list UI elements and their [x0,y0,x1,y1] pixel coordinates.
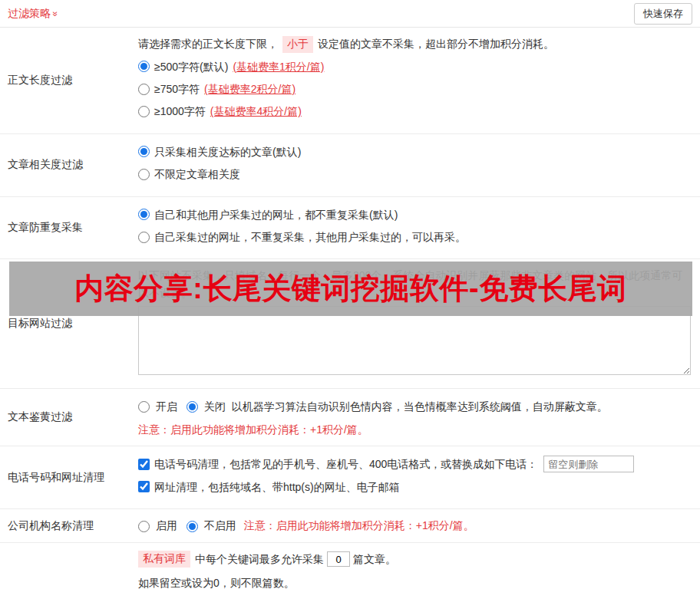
relevance-radio-2[interactable] [138,169,150,180]
porn-option-off-label: 关闭 [204,400,226,413]
length-radio-750[interactable] [138,84,150,95]
length-intro-post: 设定值的文章不采集，超出部分不增加积分消耗。 [318,38,554,50]
porn-filter-options: 开启 关闭 以机器学习算法自动识别色情内容，当色情概率达到系统阈值，自动屏蔽文章… [138,398,691,415]
length-option-500[interactable]: ≥500字符(默认) (基础费率1积分/篇) [138,58,691,75]
keyword-limit-mid: 中每个关键词最多允许采集 [195,551,324,568]
row-content-target-website: 以下网站不采集，只填域名，每行一个，最多200个。系统会自动识别并屏蔽那些非文章… [132,259,700,387]
quick-save-button[interactable]: 快速保存 [634,3,692,25]
length-radio-1000[interactable] [138,106,150,117]
topbar: 过滤策略 » 快速保存 [0,0,700,28]
row-label-relevance: 文章相关度过滤 [0,134,132,196]
company-radio-enable[interactable] [138,521,150,532]
length-intro-highlight: 小于 [282,36,313,53]
row-content-keyword-dedup: 私有词库 中每个关键词最多允许采集 篇文章。 如果留空或设为0，则不限篇数。 如… [132,543,700,589]
phone-cleanup-checkbox[interactable] [138,459,150,470]
dedup-option-2-label: 自己采集过的网址，不重复采集，其他用户采集过的，可以再采。 [154,229,466,245]
dedup-radio-2[interactable] [138,232,150,243]
porn-filter-desc: 以机器学习算法自动识别色情内容，当色情概率达到系统阈值，自动屏蔽文章。 [232,398,608,415]
length-radio-500[interactable] [138,61,150,72]
row-body-length-filter: 正文长度过滤 请选择需求的正文长度下限，小于设定值的文章不采集，超出部分不增加积… [0,28,700,134]
phone-cleanup-label: 电话号码清理，包括常见的手机号、座机号、400电话格式，或替换成如下电话： [154,456,537,472]
row-relevance-filter: 文章相关度过滤 只采集相关度达标的文章(默认) 不限定文章相关度 [0,134,700,197]
company-cleanup-options: 启用 不启用 注意：启用此功能将增加积分消耗：+1积分/篇。 [138,517,691,534]
length-option-750[interactable]: ≥750字符 (基础费率2积分/篇) [138,81,691,97]
length-option-1000-label: ≥1000字符 [154,103,206,120]
url-cleanup-option[interactable]: 网址清理，包括纯域名、带http(s)的网址、电子邮箱 [138,479,691,495]
row-keyword-dedup: 关键词防重复采集 私有词库 中每个关键词最多允许采集 篇文章。 如果留空或设为0… [0,543,700,589]
dedup-radio-1[interactable] [138,209,150,220]
row-content-phone-url: 电话号码清理，包括常见的手机号、座机号、400电话格式，或替换成如下电话： 网址… [132,446,700,508]
length-intro: 请选择需求的正文长度下限，小于设定值的文章不采集，超出部分不增加积分消耗。 [138,35,691,53]
dedup-option-2[interactable]: 自己采集过的网址，不重复采集，其他用户采集过的，可以再采。 [138,229,691,245]
company-option-disable[interactable]: 不启用 [187,517,236,534]
row-porn-filter: 文本鉴黄过滤 开启 关闭 以机器学习算法自动识别色情内容，当色情概率达到系统阈值… [0,389,700,447]
keyword-limit-line: 私有词库 中每个关键词最多允许采集 篇文章。 [138,551,691,568]
chevron-down-icon: » [51,11,60,16]
row-company-name-cleanup: 公司机构名称清理 启用 不启用 注意：启用此功能将增加积分消耗：+1积分/篇。 [0,509,700,543]
length-option-500-label: ≥500字符(默认) [154,58,228,75]
row-dedup-collection: 文章防重复采集 自己和其他用户采集过的网址，都不重复采集(默认) 自己采集过的网… [0,197,700,260]
row-label-keyword-dedup: 关键词防重复采集 [0,543,132,589]
relevance-option-1[interactable]: 只采集相关度达标的文章(默认) [138,143,691,160]
row-content-company-name: 启用 不启用 注意：启用此功能将增加积分消耗：+1积分/篇。 [132,509,700,542]
porn-filter-warning: 注意：启用此功能将增加积分消耗：+1积分/篇。 [138,421,691,438]
target-website-desc: 以下网站不采集，只填域名，每行一个，最多200个。系统会自动识别并屏蔽那些非文章… [138,267,691,301]
length-option-500-note: (基础费率1积分/篇) [233,58,324,75]
porn-option-on[interactable]: 开启 [138,398,177,415]
keyword-limit-input[interactable] [327,551,350,567]
row-label-dedup: 文章防重复采集 [0,197,132,259]
replacement-phone-input[interactable] [543,456,634,472]
row-label-porn-filter: 文本鉴黄过滤 [0,389,132,446]
relevance-option-1-label: 只采集相关度达标的文章(默认) [154,143,301,160]
company-cleanup-warning: 注意：启用此功能将增加积分消耗：+1积分/篇。 [244,517,474,534]
length-option-1000-note: (基础费率4积分/篇) [210,103,302,120]
private-lexicon-highlight: 私有词库 [138,551,190,568]
length-option-1000[interactable]: ≥1000字符 (基础费率4积分/篇) [138,103,691,120]
relevance-option-2[interactable]: 不限定文章相关度 [138,166,691,183]
company-option-disable-label: 不启用 [204,519,236,531]
relevance-option-2-label: 不限定文章相关度 [154,166,240,183]
row-content-porn-filter: 开启 关闭 以机器学习算法自动识别色情内容，当色情概率达到系统阈值，自动屏蔽文章… [132,389,700,446]
row-label-phone-url: 电话号码和网址清理 [0,446,132,508]
row-content-relevance: 只采集相关度达标的文章(默认) 不限定文章相关度 [132,134,700,196]
url-cleanup-label: 网址清理，包括纯域名、带http(s)的网址、电子邮箱 [154,479,400,495]
row-phone-url-cleanup: 电话号码和网址清理 电话号码清理，包括常见的手机号、座机号、400电话格式，或替… [0,446,700,509]
target-website-textarea[interactable] [138,306,691,375]
page-title-text: 过滤策略 [8,7,51,21]
dedup-option-1[interactable]: 自己和其他用户采集过的网址，都不重复采集(默认) [138,206,691,223]
porn-option-off[interactable]: 关闭 [187,398,226,415]
row-content-body-length: 请选择需求的正文长度下限，小于设定值的文章不采集，超出部分不增加积分消耗。 ≥5… [132,28,700,133]
keyword-note-zero: 如果留空或设为0，则不限篇数。 [138,574,691,589]
row-label-body-length: 正文长度过滤 [0,28,132,133]
company-radio-disable[interactable] [187,521,198,532]
row-label-company-name: 公司机构名称清理 [0,509,132,542]
porn-option-on-label: 开启 [156,400,177,413]
length-option-750-label: ≥750字符 [154,81,200,97]
page-title[interactable]: 过滤策略 » [8,7,58,21]
keyword-limit-end: 篇文章。 [353,551,396,568]
url-cleanup-checkbox[interactable] [138,481,150,492]
porn-radio-off[interactable] [187,401,198,413]
length-option-750-note: (基础费率2积分/篇) [204,81,296,97]
row-label-target-website: 目标网站过滤 [0,259,132,387]
length-intro-pre: 请选择需求的正文长度下限， [138,38,278,50]
porn-radio-on[interactable] [138,401,150,413]
phone-cleanup-option[interactable]: 电话号码清理，包括常见的手机号、座机号、400电话格式，或替换成如下电话： [138,456,691,472]
relevance-radio-1[interactable] [138,146,150,157]
company-option-enable[interactable]: 启用 [138,517,177,534]
dedup-option-1-label: 自己和其他用户采集过的网址，都不重复采集(默认) [154,206,398,223]
company-option-enable-label: 启用 [156,519,177,531]
filter-strategy-page: 过滤策略 » 快速保存 正文长度过滤 请选择需求的正文长度下限，小于设定值的文章… [0,0,700,589]
row-target-website-filter: 目标网站过滤 以下网站不采集，只填域名，每行一个，最多200个。系统会自动识别并… [0,259,700,388]
row-content-dedup: 自己和其他用户采集过的网址，都不重复采集(默认) 自己采集过的网址，不重复采集，… [132,197,700,259]
